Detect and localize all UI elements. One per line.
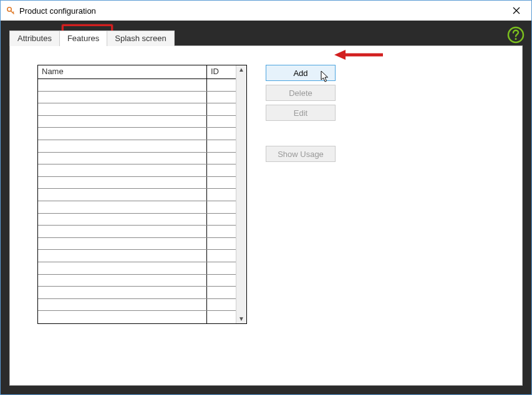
cell-name	[38, 153, 207, 164]
cell-id	[207, 164, 236, 176]
svg-marker-8	[334, 50, 346, 60]
table-row[interactable]	[38, 79, 236, 92]
cursor-icon	[320, 70, 331, 84]
table-row[interactable]	[38, 153, 236, 165]
svg-line-2	[13, 12, 14, 13]
cell-id	[207, 226, 236, 237]
cell-id	[207, 103, 236, 115]
close-button[interactable]	[503, 1, 530, 20]
cell-name	[38, 103, 207, 115]
tab-splash-screen[interactable]: Splash screen	[107, 31, 174, 46]
table-row[interactable]	[38, 140, 236, 153]
cell-name	[38, 238, 207, 250]
cell-id	[207, 299, 236, 311]
table-columns: Name ID	[38, 65, 236, 323]
button-label: Add	[293, 69, 307, 78]
table-row[interactable]	[38, 189, 236, 201]
button-label: Edit	[294, 108, 307, 118]
cell-id	[207, 79, 236, 91]
cell-id	[207, 311, 236, 323]
cell-id	[207, 287, 236, 298]
dialog-body: Attributes Features Splash screen Name I…	[1, 21, 531, 394]
cell-id	[207, 201, 236, 213]
scroll-up-icon[interactable]: ▲	[238, 67, 244, 73]
add-button[interactable]: Add	[266, 65, 336, 81]
cell-id	[207, 250, 236, 262]
table-row[interactable]	[38, 103, 236, 116]
button-label: Show Usage	[278, 150, 324, 159]
window-root: Product configuration Attributes Feature…	[0, 0, 532, 395]
button-label: Delete	[289, 88, 312, 98]
table-row[interactable]	[38, 128, 236, 140]
tab-label: Features	[67, 34, 99, 43]
tab-features[interactable]: Features	[59, 31, 107, 46]
cell-name	[38, 140, 207, 152]
table-row[interactable]	[38, 177, 236, 189]
cell-name	[38, 214, 207, 226]
cell-id	[207, 189, 236, 201]
col-header-name[interactable]: Name	[38, 65, 207, 79]
cell-name	[38, 116, 207, 128]
cell-id	[207, 214, 236, 226]
tab-attributes[interactable]: Attributes	[9, 31, 60, 46]
cell-name	[38, 92, 207, 103]
table-row[interactable]	[38, 311, 236, 323]
table-row[interactable]	[38, 299, 236, 312]
features-table[interactable]: Name ID ▲ ▼	[37, 65, 247, 324]
tab-label: Attributes	[17, 34, 52, 43]
table-row[interactable]	[38, 226, 236, 238]
annotation-arrow-icon	[334, 47, 384, 62]
show-usage-button[interactable]: Show Usage	[266, 146, 336, 162]
cell-name	[38, 287, 207, 298]
delete-button[interactable]: Delete	[266, 85, 336, 101]
table-row[interactable]	[38, 275, 236, 287]
edit-button[interactable]: Edit	[266, 105, 336, 121]
window-title: Product configuration	[19, 6, 503, 16]
cell-name	[38, 79, 207, 91]
table-row[interactable]	[38, 287, 236, 299]
cell-name	[38, 226, 207, 237]
table-row[interactable]	[38, 250, 236, 262]
cell-id	[207, 177, 236, 189]
tab-label: Splash screen	[115, 34, 166, 43]
spacer	[266, 125, 336, 142]
button-column: Add Delete Edit Show Usage	[266, 65, 336, 373]
col-header-id[interactable]: ID	[207, 65, 236, 79]
table-row[interactable]	[38, 201, 236, 214]
table-row[interactable]	[38, 214, 236, 226]
cell-id	[207, 275, 236, 287]
table-row[interactable]	[38, 238, 236, 250]
cell-name	[38, 299, 207, 311]
table-row[interactable]	[38, 116, 236, 128]
tab-panel: Name ID ▲ ▼ Add Delete Ed	[9, 45, 523, 386]
scroll-down-icon[interactable]: ▼	[238, 316, 244, 322]
cell-name	[38, 128, 207, 140]
table-row[interactable]	[38, 164, 236, 177]
cell-id	[207, 153, 236, 164]
cell-id	[207, 238, 236, 250]
cell-id	[207, 140, 236, 152]
cell-name	[38, 201, 207, 213]
cell-name	[38, 164, 207, 176]
table-row[interactable]	[38, 92, 236, 104]
table-header: Name ID	[38, 65, 236, 79]
cell-id	[207, 92, 236, 103]
cell-name	[38, 311, 207, 323]
titlebar: Product configuration	[1, 1, 531, 21]
table-body	[38, 79, 236, 323]
cell-name	[38, 177, 207, 189]
tab-row: Attributes Features Splash screen	[9, 29, 523, 45]
cell-id	[207, 116, 236, 128]
vertical-scrollbar[interactable]: ▲ ▼	[236, 65, 246, 323]
cell-name	[38, 250, 207, 262]
key-icon	[6, 6, 16, 16]
cell-name	[38, 262, 207, 274]
table-row[interactable]	[38, 262, 236, 275]
cell-id	[207, 262, 236, 274]
cell-name	[38, 275, 207, 287]
cell-name	[38, 189, 207, 201]
cell-id	[207, 128, 236, 140]
close-icon	[513, 7, 520, 14]
